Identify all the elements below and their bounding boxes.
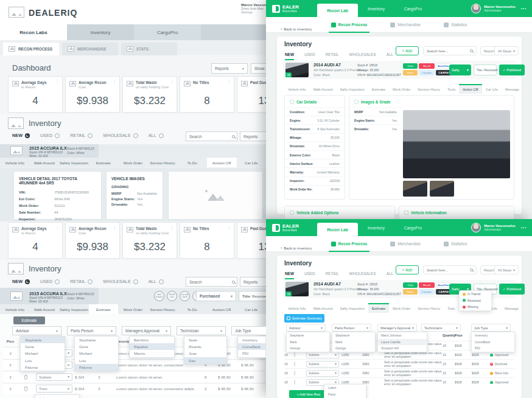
back-to-inventory-link[interactable]: ‹Back to inventory [281,27,312,31]
car-photo-thumbnail[interactable] [430,181,454,197]
filter-tab[interactable]: WHOLESALES [349,52,376,60]
filter-radio[interactable]: NEW [12,133,30,138]
title-dropdown[interactable]: Title: Received▾ [239,291,266,301]
subnav-statistics[interactable]: Statistics [444,236,467,252]
kebab-menu-icon[interactable]: ⋮ [170,225,174,230]
estimate-select[interactable]: Job Type▾ [231,326,266,335]
delete-row-button[interactable] [18,374,33,380]
vehicle-tab[interactable]: Work Order [118,158,148,167]
vehicle-detail-tab[interactable]: Vehicle Info [284,303,309,313]
tab-stats[interactable]: STATS [121,43,177,55]
delete-row-button[interactable] [18,386,33,391]
vehicle-row[interactable]: 2015 ACCURA ILX Stock VIN # 987456123 Mi… [0,144,266,158]
vehicle-detail-tab[interactable]: Todo [444,303,458,313]
dropdown-option[interactable]: Paloma [75,364,118,371]
dropdown-option[interactable]: Inventory [238,337,265,343]
status-circle-icon[interactable]: deal location [154,291,164,301]
status-circle-icon[interactable]: Recall icon [167,291,177,301]
estimate-summary-button[interactable]: Estimate Summary [284,314,324,323]
dropdown-option[interactable]: Laura Castilla [378,339,427,346]
cell-status[interactable]: ✓Approved [490,380,514,384]
vehicle-tab[interactable]: Estimate [89,158,119,167]
title-status-option[interactable]: !Missing [460,304,491,310]
user-menu[interactable]: Marcio Vasconcelos Direct Auto Man Setti… [241,3,266,14]
row-checkbox[interactable] [294,371,295,375]
filter-tab[interactable]: NEW [285,52,294,60]
subnav-merchandise[interactable]: Merchandise [390,236,421,252]
dropdown-option[interactable]: Stephanie [287,332,329,339]
filter-tab[interactable]: NEW [285,271,294,279]
recall-badge[interactable]: Recall [419,282,435,288]
dropdown-option[interactable]: Michael [75,350,118,357]
row-type-select[interactable]: Tires▾ [36,385,72,393]
technicians-select[interactable]: Technicians▾ [421,324,461,332]
chat-badge[interactable]: Chat [403,282,418,288]
search-input[interactable] [189,280,232,284]
filter-radio[interactable]: ALL [149,279,164,284]
tab-recon-labs[interactable]: Recon Labs [0,24,67,40]
subnav-statistics[interactable]: Statistics [444,17,467,33]
dropdown-option[interactable]: PDI [472,345,514,352]
managers-approval-select[interactable]: Manager's Approval▾ [377,324,417,332]
estimate-button[interactable]: Estimate [13,316,45,324]
subnav-recon-process[interactable]: Recon Process [331,17,368,33]
filter-tab[interactable]: USED [304,52,315,60]
vehicle-detail-tab[interactable]: Car Life [482,84,502,94]
filter-radio[interactable]: USED [40,279,60,284]
vehicle-tab[interactable]: Car Life [237,304,267,314]
search-input[interactable] [189,134,232,139]
filter-tab[interactable]: RETAIL [326,271,339,279]
row-type-select[interactable]: Sublets▾ [36,373,72,381]
row-type-select[interactable]: Sublets▾ [306,370,339,377]
dropdown-option[interactable]: Stephanie [21,337,65,343]
status-circle-icon[interactable]: car audi check [180,291,190,301]
filter-radio[interactable]: RETAIL [70,133,93,138]
vehicle-tab[interactable]: Walk Around [30,304,60,314]
dropdown-option[interactable]: Simpson Hill [378,345,427,352]
reports-dropdown[interactable]: Reports▾ [211,63,248,74]
estimate-select[interactable]: Managers Approval▾ [122,326,171,335]
title-status-option[interactable]: In Transit [460,291,491,298]
vehicle-detail-tab[interactable]: Walk Around [309,84,336,94]
filter-radio[interactable]: NEW [12,279,30,284]
kebab-menu-icon[interactable]: ⋮ [170,79,174,84]
title-status-dropdown[interactable]: Title✓Received▾ [474,65,497,75]
tab-recon-process[interactable]: RECON PROCESS [3,43,59,55]
vehicle-row-2[interactable]: 2015 ACCURA ILX Stock VIN # 987456123 Mi… [0,288,266,304]
dropdown-option[interactable]: Gene [21,343,65,350]
purchased-dropdown[interactable]: Purchased▾ [196,291,236,301]
more-menu-icon[interactable]: ••• [521,226,527,229]
search-box[interactable] [186,131,237,141]
reports-dropdown[interactable]: Reports:▾ [240,131,266,141]
filter-tab[interactable]: RETAIL [326,52,339,60]
tab-recon-lab[interactable]: Recon Lab [317,4,358,17]
search-input[interactable] [427,268,469,272]
vehicle-detail-tab[interactable]: Action CR [459,84,482,94]
filter-radio[interactable]: RETAIL [70,279,93,284]
vehicle-detail-tab[interactable]: Tools [444,84,459,94]
filter-radio[interactable]: USED [40,133,60,138]
dropdown-option[interactable]: ComeBack [472,339,514,346]
cell-status[interactable]: ✓Approved [490,353,514,357]
reports-dropdown-2[interactable]: Reports:▾ [240,277,266,287]
dropdown-option[interactable]: Sean [184,337,226,343]
search-box[interactable] [423,265,477,274]
estimate-select[interactable]: Technician▾ [177,326,226,335]
vehicle-tab[interactable]: To Do [177,158,207,167]
vehicle-detail-tab[interactable]: Safty Inspection [336,303,368,313]
vehicle-detail-tab[interactable]: Message [501,303,522,313]
estimate-select[interactable]: Advisor▾ [12,326,61,335]
vehicle-detail-tab[interactable]: Estimate [368,84,389,94]
advisor-select[interactable]: Advisor▾ [286,324,326,332]
kebab-menu-icon[interactable]: ⋮ [55,79,60,84]
dropdown-option[interactable]: Bambino [130,337,174,343]
vehicle-detail-tab[interactable]: Estimate [368,303,389,313]
tab-cargopro[interactable]: CargoPro [134,24,201,40]
kebab-menu-icon[interactable]: ⋮ [227,79,231,84]
subnav-recon-process[interactable]: Recon Process [331,236,368,252]
filter-radio[interactable]: WHOLESALE [103,133,138,138]
tab-cargopro[interactable]: CargoPro [394,0,432,17]
search-box[interactable] [423,46,477,55]
vehicle-detail-tab[interactable]: Work Order [389,303,414,313]
row-type-select[interactable]: Sublets▾ [306,352,339,358]
